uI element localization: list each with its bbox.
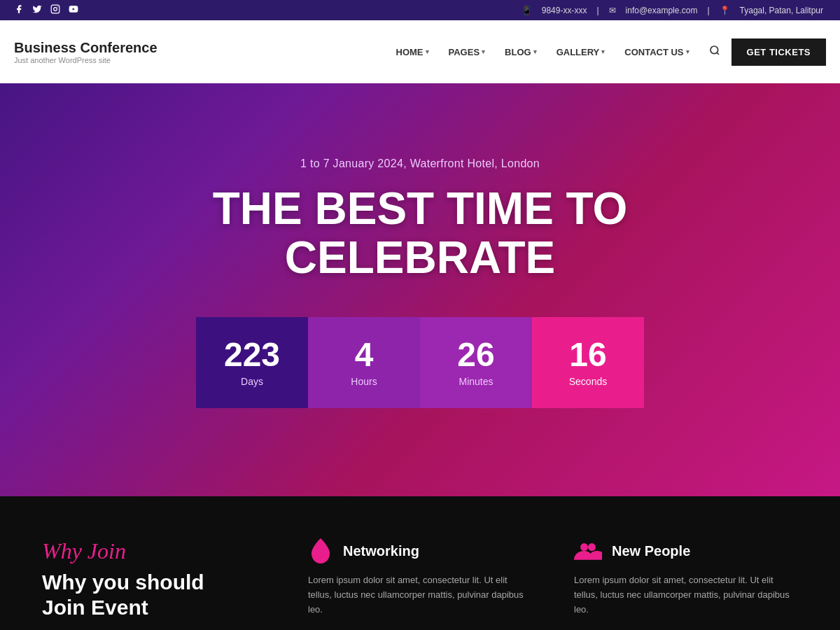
event-date: 1 to 7 January 2024, Waterfront Hotel, L… [14,158,826,170]
why-join-title: Why you should Join Event [42,570,266,620]
nav-home[interactable]: HOME ▾ [388,40,438,64]
email-address: info@example.com [626,6,698,15]
get-tickets-button[interactable]: GET TICKETS [732,38,826,66]
feature-new-people-header: New People [574,538,798,564]
networking-title: Networking [343,543,419,559]
nav-contact[interactable]: CONTACT US ▾ [616,40,697,64]
feature-networking: Networking Lorem ipsum dolor sit amet, c… [308,538,532,617]
chevron-down-icon: ▾ [426,48,429,55]
header: Business Conference Just another WordPre… [0,20,840,83]
svg-point-6 [580,543,588,551]
days-label: Days [241,376,263,387]
nav-gallery[interactable]: GALLERY ▾ [548,40,614,64]
feature-networking-header: Networking [308,538,532,564]
why-join-left: Why Join Why you should Join Event [42,538,266,620]
new-people-title: New People [612,543,690,559]
svg-point-2 [57,6,58,7]
why-join-script: Why Join [42,538,266,564]
nav-pages[interactable]: PAGES ▾ [440,40,494,64]
networking-text: Lorem ipsum dolor sit amet, consectetur … [308,573,532,617]
hours-label: Hours [351,376,377,387]
social-links [14,4,512,16]
search-button[interactable] [701,39,729,64]
countdown-hours: 4 Hours [308,317,420,408]
hero-content: 1 to 7 January 2024, Waterfront Hotel, L… [14,158,826,409]
svg-line-5 [717,52,719,55]
instagram-link[interactable] [50,4,60,16]
twitter-link[interactable] [32,4,42,16]
hours-number: 4 [355,338,374,372]
email-icon: ✉ [609,6,616,15]
minutes-label: Minutes [458,376,493,387]
chevron-down-icon: ▾ [482,48,485,55]
hero-title: THE BEST TIME TO CELEBRATE [14,184,826,283]
phone-number: 9849-xx-xxx [542,6,587,15]
seconds-label: Seconds [569,376,607,387]
minutes-number: 26 [457,338,494,372]
seconds-number: 16 [569,338,606,372]
facebook-link[interactable] [14,4,24,16]
youtube-link[interactable] [69,4,78,16]
chevron-down-icon: ▾ [601,48,605,55]
svg-rect-0 [51,5,59,13]
logo-area: Business Conference Just another WordPre… [14,40,158,64]
site-title: Business Conference [14,40,158,56]
svg-point-7 [588,543,596,551]
why-join-title-line1: Why you should [42,570,204,594]
site-tagline: Just another WordPress site [14,56,158,64]
why-join-title-line2: Join Event [42,596,148,619]
main-nav: HOME ▾ PAGES ▾ BLOG ▾ GALLERY ▾ CONTACT … [388,38,826,66]
countdown-timer: 223 Days 4 Hours 26 Minutes 16 Seconds [196,317,644,408]
people-icon [574,538,602,564]
feature-new-people: New People Lorem ipsum dolor sit amet, c… [574,538,798,617]
countdown-minutes: 26 Minutes [420,317,532,408]
why-join-section: Why Join Why you should Join Event Netwo… [0,496,840,630]
top-bar: 📱 9849-xx-xxx | ✉ info@example.com | 📍 T… [0,0,840,20]
svg-point-4 [710,46,718,54]
countdown-days: 223 Days [196,317,308,408]
separator1: | [596,6,598,15]
hero-title-line2: CELEBRATE [285,232,555,283]
hero-section: 1 to 7 January 2024, Waterfront Hotel, L… [0,83,840,496]
svg-point-1 [54,8,57,11]
nav-blog[interactable]: BLOG ▾ [496,40,545,64]
hero-title-line1: THE BEST TIME TO [213,183,628,234]
days-number: 223 [224,338,280,372]
chevron-down-icon: ▾ [533,48,537,55]
countdown-seconds: 16 Seconds [532,317,644,408]
networking-icon [308,538,333,564]
top-bar-info: 📱 9849-xx-xxx | ✉ info@example.com | 📍 T… [519,6,826,15]
separator2: | [707,6,709,15]
phone-icon: 📱 [522,6,532,15]
chevron-down-icon: ▾ [686,48,690,55]
new-people-text: Lorem ipsum dolor sit amet, consectetur … [574,573,798,617]
location-icon: 📍 [720,6,730,15]
location-text: Tyagal, Patan, Lalitpur [740,6,823,15]
